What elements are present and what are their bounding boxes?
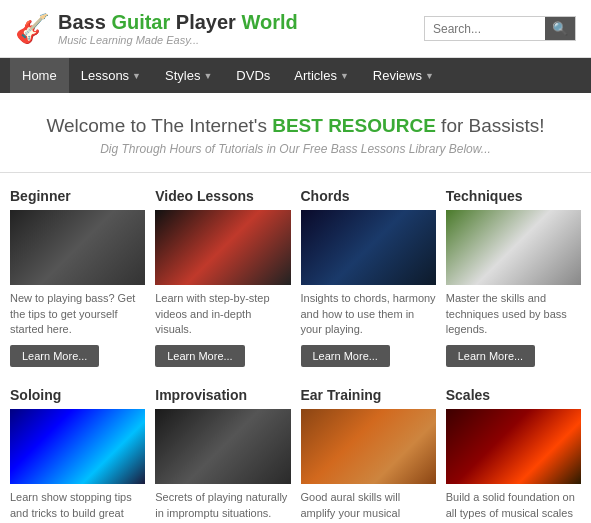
main-nav: Home Lessons ▼ Styles ▼ DVDs Articles ▼ … [0,58,591,93]
card-image-beginner [10,210,145,285]
card-title-beginner: Beginner [10,188,145,204]
title-guitar: Guitar [111,11,170,33]
learn-more-video[interactable]: Learn More... [155,345,244,367]
card-desc-chords: Insights to chords, harmony and how to u… [301,291,436,337]
card-chords: Chords Insights to chords, harmony and h… [301,188,436,367]
card-image-soloing [10,409,145,484]
card-title-scales: Scales [446,387,581,403]
learn-more-beginner[interactable]: Learn More... [10,345,99,367]
card-desc-improv: Secrets of playing naturally in imprompt… [155,490,290,521]
card-desc-ear: Good aural skills will amplify your musi… [301,490,436,523]
card-soloing: Soloing Learn show stopping tips and tri… [10,387,145,523]
logo-area: 🎸 Bass Guitar Player World Music Learnin… [15,10,298,47]
card-desc-scales: Build a solid foundation on all types of… [446,490,581,523]
card-beginner: Beginner New to playing bass? Get the ti… [10,188,145,367]
hero-highlight: BEST RESOURCE [272,115,436,136]
learn-more-techniques[interactable]: Learn More... [446,345,535,367]
chevron-down-icon: ▼ [132,71,141,81]
card-desc-techniques: Master the skills and techniques used by… [446,291,581,337]
hero-subtitle: Dig Through Hours of Tutorials in Our Fr… [20,142,571,156]
hero-before: Welcome to The Internet's [46,115,272,136]
card-title-ear: Ear Training [301,387,436,403]
card-title-improv: Improvisation [155,387,290,403]
logo-text: Bass Guitar Player World Music Learning … [58,10,298,47]
card-title-video: Video Lessons [155,188,290,204]
card-image-video [155,210,290,285]
nav-item-reviews[interactable]: Reviews ▼ [361,58,446,93]
card-video-lessons: Video Lessons Learn with step-by-step vi… [155,188,290,367]
hero-title: Welcome to The Internet's BEST RESOURCE … [20,115,571,137]
card-desc-beginner: New to playing bass? Get the tips to get… [10,291,145,337]
card-scales: Scales Build a solid foundation on all t… [446,387,581,523]
search-button[interactable]: 🔍 [545,17,575,40]
card-image-scales [446,409,581,484]
nav-item-styles[interactable]: Styles ▼ [153,58,224,93]
hero-section: Welcome to The Internet's BEST RESOURCE … [0,93,591,173]
chevron-down-icon: ▼ [340,71,349,81]
title-world: World [241,11,297,33]
site-header: 🎸 Bass Guitar Player World Music Learnin… [0,0,591,58]
search-input[interactable] [425,18,545,40]
card-title-chords: Chords [301,188,436,204]
guitar-icon: 🎸 [15,12,50,45]
chevron-down-icon: ▼ [203,71,212,81]
card-title-soloing: Soloing [10,387,145,403]
card-image-techniques [446,210,581,285]
hero-after: for Bassists! [436,115,545,136]
title-bass: Bass [58,11,111,33]
site-title: Bass Guitar Player World [58,10,298,34]
site-subtitle: Music Learning Made Easy... [58,34,298,47]
title-player: Player [170,11,241,33]
card-improvisation: Improvisation Secrets of playing natural… [155,387,290,523]
nav-item-home[interactable]: Home [10,58,69,93]
nav-item-lessons[interactable]: Lessons ▼ [69,58,153,93]
card-grid-row1: Beginner New to playing bass? Get the ti… [10,188,581,367]
card-image-chords [301,210,436,285]
card-image-improv [155,409,290,484]
card-desc-video: Learn with step-by-step videos and in-de… [155,291,290,337]
card-ear-training: Ear Training Good aural skills will ampl… [301,387,436,523]
chevron-down-icon: ▼ [425,71,434,81]
nav-item-articles[interactable]: Articles ▼ [282,58,361,93]
card-grid-row2: Soloing Learn show stopping tips and tri… [10,387,581,523]
learn-more-chords[interactable]: Learn More... [301,345,390,367]
card-title-techniques: Techniques [446,188,581,204]
card-techniques: Techniques Master the skills and techniq… [446,188,581,367]
main-content: Beginner New to playing bass? Get the ti… [0,173,591,523]
card-desc-soloing: Learn show stopping tips and tricks to b… [10,490,145,523]
nav-item-dvds[interactable]: DVDs [224,58,282,93]
card-image-ear [301,409,436,484]
search-area[interactable]: 🔍 [424,16,576,41]
